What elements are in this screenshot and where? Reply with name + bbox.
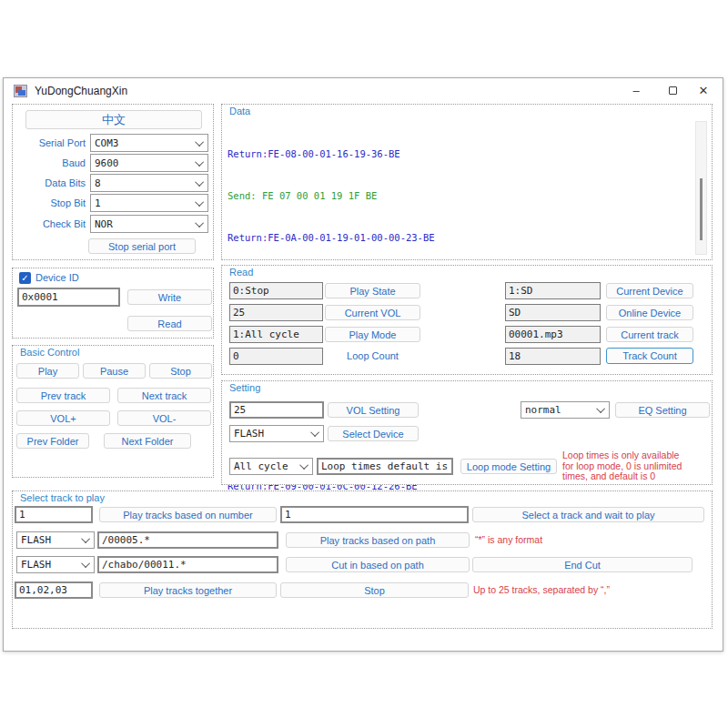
stop-serial-port-button[interactable]: Stop serial port [88,238,196,254]
maximize-icon [669,86,677,95]
data-bits-select[interactable]: 8 [90,174,208,192]
prev-track-button[interactable]: Prev track [16,388,110,403]
serial-port-select[interactable]: COM3 [90,134,208,152]
current-vol-field[interactable]: 25 [229,304,323,321]
wait-track-input[interactable]: 1 [280,506,469,523]
current-vol-button[interactable]: Current VOL [325,305,420,320]
setting-panel-title: Setting [228,382,262,393]
basic-control-title: Basic Control [18,347,81,358]
basic-control-panel: Basic Control Play Pause Stop Prev track… [12,345,214,478]
device-select[interactable]: FLASH [229,425,324,442]
path-device-select[interactable]: FLASH [16,531,95,549]
next-folder-button[interactable]: Next Folder [104,433,191,449]
check-icon: ✓ [21,273,28,283]
track-count-field[interactable]: 18 [505,348,601,365]
device-id-write-button[interactable]: Write [127,289,212,305]
path-input[interactable]: /00005.* [97,531,278,549]
online-device-button[interactable]: Online Device [606,305,693,320]
chevron-down-icon [195,157,204,167]
check-bit-value: NOR [95,218,113,230]
play-mode-field[interactable]: 1:All cycle [229,326,323,343]
path-device-value: FLASH [21,534,51,546]
online-device-field[interactable]: SD [505,304,601,321]
loop-mode-setting-button[interactable]: Loop mode Setting [460,459,557,474]
current-track-field[interactable]: 00001.mp3 [505,326,601,343]
loop-mode-select[interactable]: All cycle [229,458,313,475]
path-format-note: “*” is any format [475,535,542,546]
vol-setting-input[interactable]: 25 [229,401,324,419]
play-button[interactable]: Play [16,363,79,379]
minimize-button[interactable]: – [621,78,652,103]
next-track-button[interactable]: Next track [117,388,211,403]
log-line-return: Return:FE-0A-00-01-19-01-00-00-23-BE [228,231,538,245]
data-log-panel: Data Return:FE-08-00-01-16-19-36-BE Send… [221,104,713,260]
cut-device-select[interactable]: FLASH [16,556,95,573]
current-device-field[interactable]: 1:SD [505,282,601,299]
data-panel-title: Data [228,106,252,116]
loop-times-input[interactable]: Loop times default is 0 [317,458,453,475]
stop-bit-value: 1 [95,197,101,209]
baud-select[interactable]: 9600 [90,154,208,172]
cut-in-by-path-button[interactable]: Cut in based on path [286,557,470,572]
cut-device-value: FLASH [21,559,51,571]
close-button[interactable]: ✕ [688,78,719,103]
setting-panel: Setting 25 VOL Setting normal EQ Setting… [221,380,713,485]
loop-count-label: Loop Count [325,350,420,361]
vol-up-button[interactable]: VOL+ [16,410,110,426]
current-device-button[interactable]: Current Device [606,283,693,298]
language-toggle-button[interactable]: 中文 [25,110,202,129]
play-mode-button[interactable]: Play Mode [325,327,420,342]
eq-value: normal [525,404,561,416]
device-id-panel: ✓ Device ID 0x0001 Write Read [12,268,214,339]
eq-select[interactable]: normal [521,401,610,419]
track-list-note: Up to 25 tracks, separated by “,” [473,585,610,596]
prev-folder-button[interactable]: Prev Folder [16,433,89,449]
chevron-down-icon [195,197,204,207]
stop-bit-select[interactable]: 1 [90,194,208,212]
track-list-input[interactable]: 01,02,03 [15,581,93,599]
cut-path-input[interactable]: /chabo/00011.* [97,556,278,573]
pause-button[interactable]: Pause [83,363,146,379]
track-count-button[interactable]: Track Count [606,348,693,364]
vol-setting-button[interactable]: VOL Setting [328,402,419,418]
scrollbar-thumb[interactable] [700,178,703,240]
play-by-path-button[interactable]: Play tracks based on path [286,532,470,548]
maximize-button[interactable] [657,78,688,103]
chevron-down-icon [81,559,90,568]
stop-button[interactable]: Stop [149,363,212,379]
device-id-label: Device ID [35,272,79,283]
stop-together-button[interactable]: Stop [280,582,469,598]
end-cut-button[interactable]: End Cut [472,557,693,572]
scrollbar[interactable] [695,121,707,255]
chevron-down-icon [310,428,319,437]
chevron-down-icon [195,137,204,147]
vol-down-button[interactable]: VOL- [117,410,211,426]
device-id-input[interactable]: 0x0001 [17,288,120,307]
eq-setting-button[interactable]: EQ Setting [615,402,710,418]
stop-bit-label: Stop Bit [13,197,86,208]
device-id-checkbox[interactable]: ✓ [19,272,31,284]
check-bit-select[interactable]: NOR [90,215,208,233]
play-state-field[interactable]: 0:Stop [229,282,323,299]
device-id-read-button[interactable]: Read [127,316,212,331]
select-track-title: Select track to play [18,492,106,503]
current-track-button[interactable]: Current track [606,327,693,342]
loop-times-note: Loop times is only available for loop mo… [562,450,682,482]
connection-panel: 中文 Serial Port COM3 Baud 9600 Data Bits … [12,104,214,260]
chevron-down-icon [195,218,204,228]
loop-count-field[interactable]: 0 [229,348,323,365]
track-number-input[interactable]: 1 [15,506,93,523]
select-device-button[interactable]: Select Device [328,426,419,441]
check-bit-label: Check Bit [13,218,86,229]
chevron-down-icon [596,404,605,413]
baud-value: 9600 [95,157,119,169]
data-bits-label: Data Bits [13,177,86,188]
play-by-number-button[interactable]: Play tracks based on number [99,507,277,522]
loop-mode-value: All cycle [234,460,288,472]
play-together-button[interactable]: Play tracks together [99,582,277,598]
device-value: FLASH [234,428,264,440]
play-state-button[interactable]: Play State [325,283,420,298]
select-and-wait-button[interactable]: Select a track and wait to play [472,507,704,522]
baud-label: Baud [13,157,86,168]
app-icon [14,85,27,97]
